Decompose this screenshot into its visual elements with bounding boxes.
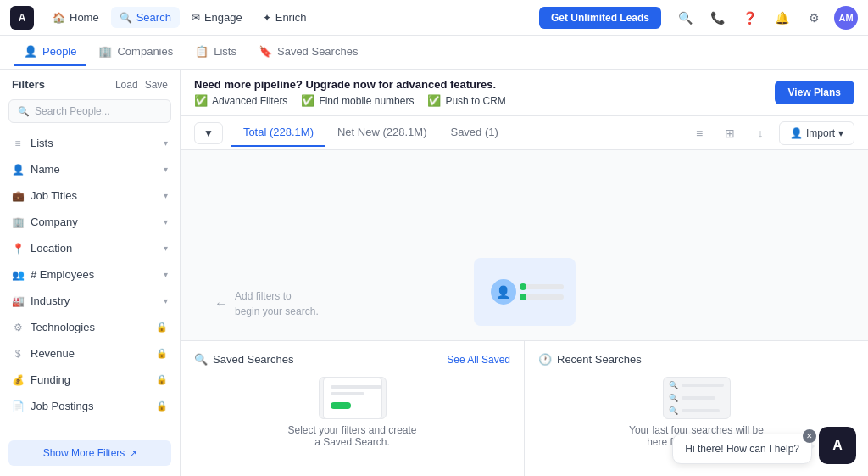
- empty-state-illustration: 👤: [474, 258, 576, 326]
- funding-filter-label: Funding: [31, 373, 70, 386]
- revenue-filter-icon: $: [12, 348, 24, 360]
- saved-line2: a Saved Search.: [314, 436, 390, 448]
- view-plans-button[interactable]: View Plans: [775, 81, 854, 104]
- chat-avatar[interactable]: A: [819, 427, 856, 464]
- filter-funding[interactable]: 💰 Funding 🔒: [0, 367, 180, 393]
- lists-filter-label: Lists: [31, 137, 53, 149]
- nav-help-icon-btn[interactable]: ❓: [737, 6, 761, 30]
- engage-icon: ✉: [192, 12, 200, 24]
- user-avatar[interactable]: AM: [834, 6, 858, 30]
- tab-companies[interactable]: 🏢 Companies: [88, 38, 183, 66]
- results-tabs: ▼ Total (228.1M) Net New (228.1M) Saved …: [194, 119, 510, 147]
- tab-total[interactable]: Total (228.1M): [231, 119, 326, 147]
- grid-view-button[interactable]: ⊞: [718, 121, 742, 145]
- secondary-navigation: 👤 People 🏢 Companies 📋 Lists 🔖 Saved Sea…: [0, 36, 868, 70]
- banner-features: ✅ Advanced Filters ✅ Find mobile numbers…: [194, 94, 506, 107]
- nav-bell-icon-btn[interactable]: 🔔: [770, 6, 793, 30]
- job-postings-filter-icon: 📄: [12, 400, 24, 412]
- load-filters-button[interactable]: Load: [115, 79, 138, 91]
- recent-searches-illustration: 🔍 🔍 🔍: [663, 377, 731, 419]
- feature-push-crm: ✅ Push to CRM: [427, 94, 505, 107]
- nav-search[interactable]: 🔍 Search: [111, 7, 180, 28]
- saved-searches-card-title: 🔍 Saved Searches: [194, 353, 293, 366]
- top-navigation: A 🏠 Home 🔍 Search ✉ Engage ✦ Enrich Get …: [0, 0, 868, 36]
- tab-lists[interactable]: 📋 Lists: [185, 38, 247, 66]
- saved-line1: Select your filters and create: [287, 424, 416, 436]
- saved-searches-icon: 🔍: [194, 353, 208, 366]
- filter-job-postings[interactable]: 📄 Job Postings 🔒: [0, 393, 180, 419]
- results-bar: ▼ Total (228.1M) Net New (228.1M) Saved …: [181, 116, 868, 150]
- filter-revenue[interactable]: $ Revenue 🔒: [0, 340, 180, 367]
- nav-phone-icon-btn[interactable]: 📞: [705, 6, 729, 30]
- tab-people[interactable]: 👤 People: [14, 38, 86, 66]
- recent-line-2: 🔍: [669, 394, 724, 402]
- name-filter-icon: 👤: [12, 164, 24, 176]
- saved-searches-empty: Select your filters and create a Saved S…: [194, 374, 510, 451]
- filters-title: Filters: [12, 78, 45, 91]
- recent-search-lines: 🔍 🔍 🔍: [664, 376, 729, 420]
- tab-saved[interactable]: Saved (1): [438, 119, 509, 147]
- funding-lock-icon: 🔒: [156, 374, 168, 385]
- import-label: Import: [806, 127, 835, 139]
- name-filter-label: Name: [31, 163, 60, 176]
- chat-message: Hi there! How can I help?: [685, 443, 799, 455]
- company-filter-label: Company: [31, 216, 78, 228]
- nav-search-icon-btn[interactable]: 🔍: [673, 6, 697, 30]
- employees-chevron-icon: ▾: [164, 270, 168, 279]
- industry-filter-icon: 🏭: [12, 295, 24, 307]
- filter-lists[interactable]: ≡ Lists ▾: [0, 130, 180, 156]
- illustration-avatar: 👤: [491, 279, 516, 305]
- saved-searches-illustration: [319, 377, 387, 419]
- get-unlimited-leads-button[interactable]: Get Unlimited Leads: [539, 7, 661, 29]
- job-titles-filter-label: Job Titles: [31, 189, 77, 202]
- nav-enrich-label: Enrich: [275, 11, 307, 24]
- list-view-button[interactable]: ≡: [687, 121, 711, 145]
- nav-enrich[interactable]: ✦ Enrich: [254, 7, 315, 28]
- job-postings-filter-label: Job Postings: [31, 400, 93, 412]
- import-button[interactable]: 👤 Import ▾: [779, 121, 854, 145]
- nav-home[interactable]: 🏠 Home: [44, 7, 108, 28]
- illus-dot-1: [520, 283, 526, 290]
- filter-employees[interactable]: 👥 # Employees ▾: [0, 261, 180, 288]
- filter-location[interactable]: 📍 Location ▾: [0, 235, 180, 261]
- filter-name[interactable]: 👤 Name ▾: [0, 156, 180, 182]
- filter-job-titles[interactable]: 💼 Job Titles ▾: [0, 182, 180, 209]
- show-more-filters-button[interactable]: Show More Filters ↗: [8, 440, 171, 466]
- save-filters-button[interactable]: Save: [145, 79, 168, 91]
- nav-engage[interactable]: ✉ Engage: [183, 7, 251, 28]
- search-people-placeholder: Search People...: [35, 105, 110, 117]
- industry-filter-label: Industry: [31, 294, 70, 307]
- search-mini-icon-3: 🔍: [669, 406, 678, 415]
- feature-2-label: Find mobile numbers: [319, 95, 414, 107]
- location-filter-label: Location: [31, 242, 72, 255]
- feature-1-label: Advanced Filters: [212, 95, 287, 107]
- app-logo[interactable]: A: [10, 6, 34, 30]
- chat-bubble: ✕ Hi there! How can I help?: [672, 434, 812, 464]
- check-icon-2: ✅: [301, 94, 314, 107]
- filter-toggle-button[interactable]: ▼: [194, 122, 223, 144]
- see-all-saved-link[interactable]: See All Saved: [447, 354, 510, 366]
- export-button[interactable]: ↓: [748, 121, 772, 145]
- recent-searches-card-header: 🕐 Recent Searches: [538, 353, 854, 366]
- search-people-input[interactable]: 🔍 Search People...: [8, 99, 171, 123]
- check-icon-3: ✅: [427, 94, 441, 107]
- chat-logo: A: [832, 438, 843, 453]
- recent-line-1: 🔍: [669, 381, 724, 389]
- companies-tab-label: Companies: [117, 45, 173, 58]
- person-icon: 👤: [790, 127, 803, 139]
- show-more-label: Show More Filters: [43, 447, 125, 459]
- filter-technologies[interactable]: ⚙ Technologies 🔒: [0, 314, 180, 340]
- nav-home-label: Home: [70, 11, 99, 24]
- employees-filter-icon: 👥: [12, 269, 24, 281]
- job-postings-lock-icon: 🔒: [156, 400, 168, 412]
- main-content: Need more pipeline? Upgrade now for adva…: [181, 70, 868, 476]
- tab-saved-searches[interactable]: 🔖 Saved Searches: [248, 38, 368, 66]
- tab-saved-label: Saved (1): [450, 126, 498, 138]
- chat-close-button[interactable]: ✕: [803, 429, 816, 443]
- tab-net-new[interactable]: Net New (228.1M): [326, 119, 438, 147]
- people-tab-label: People: [42, 45, 76, 58]
- arrow-left-icon: ←: [214, 296, 228, 311]
- filter-industry[interactable]: 🏭 Industry ▾: [0, 288, 180, 314]
- filter-company[interactable]: 🏢 Company ▾: [0, 209, 180, 235]
- nav-settings-icon-btn[interactable]: ⚙: [802, 6, 826, 30]
